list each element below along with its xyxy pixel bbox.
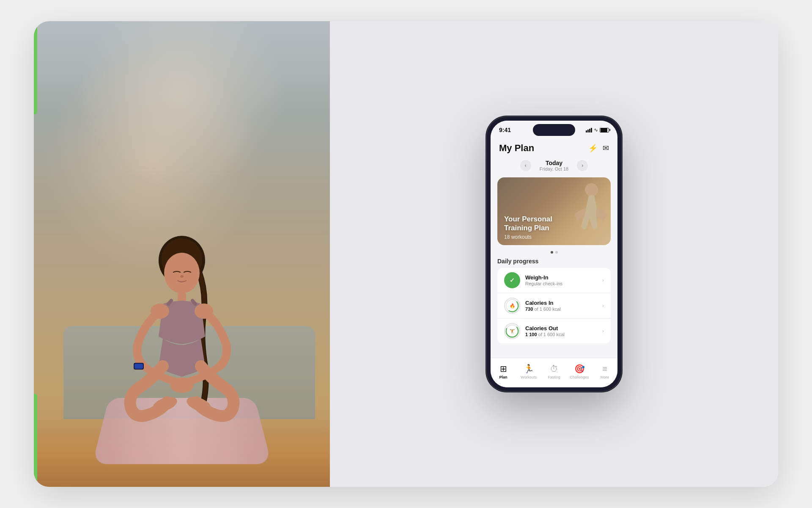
phone-frame: 9:41 ∿	[486, 116, 622, 392]
status-icons: ∿	[586, 127, 609, 133]
calories-in-sub: 730 of 1 600 kcal	[525, 306, 597, 312]
calories-out-arrow: ›	[602, 328, 604, 334]
nav-fasting[interactable]: ⏱ Fasting	[541, 364, 567, 379]
calories-out-ring-svg: 🏋	[505, 323, 519, 339]
signal-bars-icon	[586, 128, 592, 133]
banner-person-svg	[560, 179, 611, 245]
progress-items-container: ✓ Weigh-In Regular check-ins ›	[497, 268, 611, 344]
weigh-in-info: Weigh-In Regular check-ins	[525, 274, 597, 286]
calories-out-icon-circle: 🏋	[504, 323, 520, 339]
challenges-nav-icon: 🎯	[574, 364, 585, 374]
app-header: My Plan ⚡ ✉	[491, 139, 617, 157]
date-sublabel: Friday, Oct 18	[540, 166, 568, 171]
wifi-icon: ∿	[594, 127, 598, 133]
main-container: 9:41 ∿	[34, 21, 778, 487]
weigh-in-item[interactable]: ✓ Weigh-In Regular check-ins ›	[497, 268, 611, 293]
dots-indicator	[491, 248, 617, 256]
notch	[533, 124, 575, 136]
nav-plan[interactable]: ⊞ Plan	[491, 364, 516, 379]
workouts-nav-label: Workouts	[521, 375, 537, 379]
banner-title: Your PersonalTraining Plan	[504, 215, 552, 232]
calories-out-sub: 1 100 of 1 600 kcal	[525, 332, 597, 337]
calories-out-value: 1 100	[525, 332, 537, 337]
weigh-in-arrow: ›	[602, 277, 604, 283]
challenges-nav-label: Challenges	[570, 375, 589, 379]
calories-in-value: 730	[525, 306, 533, 312]
date-navigation: ‹ Today Friday, Oct 18 ›	[491, 157, 617, 174]
plan-nav-icon: ⊞	[500, 364, 507, 374]
more-nav-icon: ≡	[602, 364, 607, 374]
weigh-in-sub: Regular check-ins	[525, 281, 597, 286]
check-icon: ✓	[510, 277, 515, 284]
bolt-icon[interactable]: ⚡	[588, 144, 598, 153]
photo-side	[34, 21, 330, 487]
app-title: My Plan	[499, 143, 534, 154]
svg-point-7	[170, 378, 194, 393]
svg-point-12	[585, 183, 598, 196]
weigh-in-name: Weigh-In	[525, 274, 597, 281]
calories-out-name: Calories Out	[525, 325, 597, 331]
scroll-content: Your PersonalTraining Plan 18 workouts D…	[491, 174, 617, 358]
calories-in-ring-svg: 🔥	[505, 298, 519, 314]
calories-in-name: Calories In	[525, 300, 597, 306]
prev-date-button[interactable]: ‹	[520, 160, 531, 171]
date-label: Today	[540, 160, 568, 166]
status-bar: 9:41 ∿	[491, 121, 617, 139]
nav-more[interactable]: ≡ More	[592, 364, 617, 379]
calories-in-icon-circle: 🔥	[504, 298, 520, 314]
more-nav-label: More	[601, 375, 609, 379]
status-time: 9:41	[499, 127, 511, 133]
green-accent-top	[34, 21, 37, 114]
phone-screen: 9:41 ∿	[491, 121, 617, 387]
header-icons: ⚡ ✉	[588, 144, 609, 153]
yoga-person-svg	[97, 226, 266, 464]
banner-subtitle: 18 workouts	[504, 234, 552, 240]
app-side: 9:41 ∿	[330, 21, 778, 487]
battery-icon	[600, 128, 609, 133]
date-center: Today Friday, Oct 18	[540, 160, 568, 171]
fasting-nav-label: Fasting	[548, 375, 560, 379]
svg-text:🏋: 🏋	[510, 329, 515, 334]
green-accent-bottom	[34, 394, 37, 487]
fasting-nav-icon: ⏱	[550, 364, 558, 374]
plan-nav-label: Plan	[499, 375, 507, 379]
training-plan-banner[interactable]: Your PersonalTraining Plan 18 workouts	[497, 177, 611, 245]
svg-text:🔥: 🔥	[510, 303, 516, 309]
calories-out-info: Calories Out 1 100 of 1 600 kcal	[525, 325, 597, 337]
mail-icon[interactable]: ✉	[603, 144, 609, 153]
daily-progress-label: Daily progress	[491, 256, 617, 268]
dot-1	[551, 251, 553, 254]
nav-workouts[interactable]: 🏃 Workouts	[516, 364, 541, 379]
svg-point-3	[180, 275, 184, 278]
calories-in-info: Calories In 730 of 1 600 kcal	[525, 300, 597, 312]
calories-in-item[interactable]: 🔥 Calories In 730 of 1 600 kcal ›	[497, 293, 611, 318]
nav-challenges[interactable]: 🎯 Challenges	[567, 364, 592, 379]
weigh-in-icon-circle: ✓	[504, 272, 520, 288]
battery-fill	[601, 128, 607, 132]
workouts-nav-icon: 🏃	[524, 364, 534, 374]
calories-in-arrow: ›	[602, 303, 604, 309]
calories-out-item[interactable]: 🏋 Calories Out 1 100 of 1 600 kcal ›	[497, 319, 611, 343]
dot-2	[555, 251, 558, 254]
bottom-navigation: ⊞ Plan 🏃 Workouts ⏱ Fasting 🎯 Challenges	[491, 358, 617, 387]
next-date-button[interactable]: ›	[577, 160, 588, 171]
svg-rect-11	[134, 364, 143, 369]
banner-text-block: Your PersonalTraining Plan 18 workouts	[504, 215, 552, 240]
svg-point-2	[164, 253, 200, 293]
